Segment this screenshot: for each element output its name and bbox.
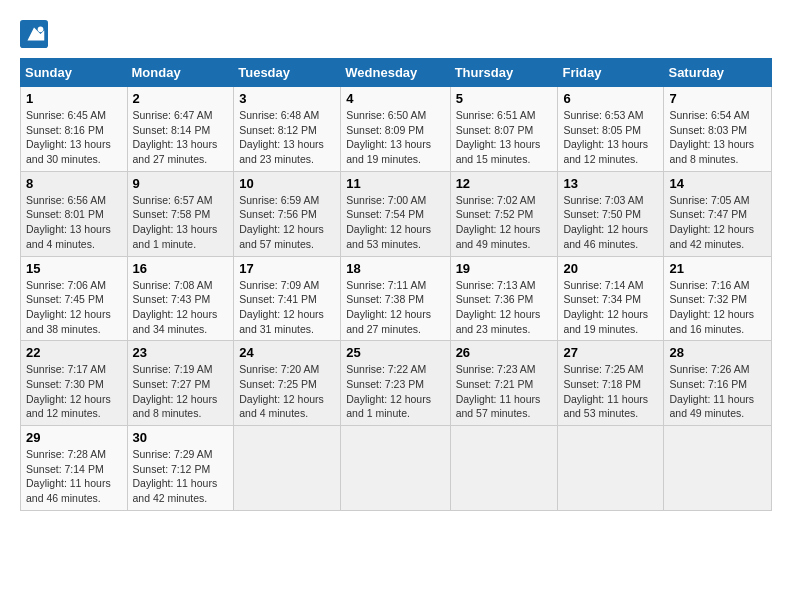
day-detail: Sunrise: 7:02 AM Sunset: 7:52 PM Dayligh… <box>456 193 553 252</box>
calendar-cell: 23Sunrise: 7:19 AM Sunset: 7:27 PM Dayli… <box>127 341 234 426</box>
day-detail: Sunrise: 6:57 AM Sunset: 7:58 PM Dayligh… <box>133 193 229 252</box>
calendar-cell: 3Sunrise: 6:48 AM Sunset: 8:12 PM Daylig… <box>234 87 341 172</box>
calendar-cell <box>234 426 341 511</box>
day-number: 1 <box>26 91 122 106</box>
dow-header-thursday: Thursday <box>450 59 558 87</box>
calendar-cell: 5Sunrise: 6:51 AM Sunset: 8:07 PM Daylig… <box>450 87 558 172</box>
day-number: 27 <box>563 345 658 360</box>
day-number: 7 <box>669 91 766 106</box>
calendar-cell: 7Sunrise: 6:54 AM Sunset: 8:03 PM Daylig… <box>664 87 772 172</box>
day-detail: Sunrise: 7:14 AM Sunset: 7:34 PM Dayligh… <box>563 278 658 337</box>
dow-header-saturday: Saturday <box>664 59 772 87</box>
calendar-week-3: 15Sunrise: 7:06 AM Sunset: 7:45 PM Dayli… <box>21 256 772 341</box>
calendar-cell: 11Sunrise: 7:00 AM Sunset: 7:54 PM Dayli… <box>341 171 450 256</box>
calendar-week-4: 22Sunrise: 7:17 AM Sunset: 7:30 PM Dayli… <box>21 341 772 426</box>
day-number: 6 <box>563 91 658 106</box>
day-number: 16 <box>133 261 229 276</box>
calendar-cell: 18Sunrise: 7:11 AM Sunset: 7:38 PM Dayli… <box>341 256 450 341</box>
svg-point-2 <box>38 27 44 33</box>
dow-header-monday: Monday <box>127 59 234 87</box>
calendar-cell: 24Sunrise: 7:20 AM Sunset: 7:25 PM Dayli… <box>234 341 341 426</box>
logo <box>20 20 52 48</box>
day-detail: Sunrise: 7:20 AM Sunset: 7:25 PM Dayligh… <box>239 362 335 421</box>
day-number: 5 <box>456 91 553 106</box>
page-header <box>20 20 772 48</box>
calendar-cell: 26Sunrise: 7:23 AM Sunset: 7:21 PM Dayli… <box>450 341 558 426</box>
day-detail: Sunrise: 7:25 AM Sunset: 7:18 PM Dayligh… <box>563 362 658 421</box>
day-detail: Sunrise: 6:59 AM Sunset: 7:56 PM Dayligh… <box>239 193 335 252</box>
day-number: 14 <box>669 176 766 191</box>
day-detail: Sunrise: 6:47 AM Sunset: 8:14 PM Dayligh… <box>133 108 229 167</box>
day-number: 25 <box>346 345 444 360</box>
calendar-cell: 1Sunrise: 6:45 AM Sunset: 8:16 PM Daylig… <box>21 87 128 172</box>
calendar-table: SundayMondayTuesdayWednesdayThursdayFrid… <box>20 58 772 511</box>
day-number: 24 <box>239 345 335 360</box>
day-number: 13 <box>563 176 658 191</box>
day-detail: Sunrise: 7:19 AM Sunset: 7:27 PM Dayligh… <box>133 362 229 421</box>
calendar-cell: 20Sunrise: 7:14 AM Sunset: 7:34 PM Dayli… <box>558 256 664 341</box>
calendar-week-5: 29Sunrise: 7:28 AM Sunset: 7:14 PM Dayli… <box>21 426 772 511</box>
day-number: 8 <box>26 176 122 191</box>
day-detail: Sunrise: 7:22 AM Sunset: 7:23 PM Dayligh… <box>346 362 444 421</box>
day-detail: Sunrise: 7:28 AM Sunset: 7:14 PM Dayligh… <box>26 447 122 506</box>
calendar-cell: 10Sunrise: 6:59 AM Sunset: 7:56 PM Dayli… <box>234 171 341 256</box>
day-number: 23 <box>133 345 229 360</box>
day-detail: Sunrise: 7:23 AM Sunset: 7:21 PM Dayligh… <box>456 362 553 421</box>
day-number: 12 <box>456 176 553 191</box>
calendar-cell: 13Sunrise: 7:03 AM Sunset: 7:50 PM Dayli… <box>558 171 664 256</box>
calendar-cell: 4Sunrise: 6:50 AM Sunset: 8:09 PM Daylig… <box>341 87 450 172</box>
day-detail: Sunrise: 6:50 AM Sunset: 8:09 PM Dayligh… <box>346 108 444 167</box>
day-number: 19 <box>456 261 553 276</box>
day-detail: Sunrise: 6:45 AM Sunset: 8:16 PM Dayligh… <box>26 108 122 167</box>
calendar-cell: 19Sunrise: 7:13 AM Sunset: 7:36 PM Dayli… <box>450 256 558 341</box>
logo-icon <box>20 20 48 48</box>
day-number: 30 <box>133 430 229 445</box>
calendar-cell: 27Sunrise: 7:25 AM Sunset: 7:18 PM Dayli… <box>558 341 664 426</box>
calendar-cell: 16Sunrise: 7:08 AM Sunset: 7:43 PM Dayli… <box>127 256 234 341</box>
day-detail: Sunrise: 7:03 AM Sunset: 7:50 PM Dayligh… <box>563 193 658 252</box>
calendar-cell: 17Sunrise: 7:09 AM Sunset: 7:41 PM Dayli… <box>234 256 341 341</box>
calendar-cell: 15Sunrise: 7:06 AM Sunset: 7:45 PM Dayli… <box>21 256 128 341</box>
calendar-cell: 6Sunrise: 6:53 AM Sunset: 8:05 PM Daylig… <box>558 87 664 172</box>
day-number: 17 <box>239 261 335 276</box>
dow-header-tuesday: Tuesday <box>234 59 341 87</box>
calendar-cell: 21Sunrise: 7:16 AM Sunset: 7:32 PM Dayli… <box>664 256 772 341</box>
day-number: 2 <box>133 91 229 106</box>
day-detail: Sunrise: 6:56 AM Sunset: 8:01 PM Dayligh… <box>26 193 122 252</box>
day-detail: Sunrise: 7:06 AM Sunset: 7:45 PM Dayligh… <box>26 278 122 337</box>
day-detail: Sunrise: 7:16 AM Sunset: 7:32 PM Dayligh… <box>669 278 766 337</box>
day-number: 22 <box>26 345 122 360</box>
calendar-cell <box>558 426 664 511</box>
calendar-cell: 8Sunrise: 6:56 AM Sunset: 8:01 PM Daylig… <box>21 171 128 256</box>
day-detail: Sunrise: 7:00 AM Sunset: 7:54 PM Dayligh… <box>346 193 444 252</box>
day-number: 20 <box>563 261 658 276</box>
calendar-cell: 22Sunrise: 7:17 AM Sunset: 7:30 PM Dayli… <box>21 341 128 426</box>
calendar-cell: 30Sunrise: 7:29 AM Sunset: 7:12 PM Dayli… <box>127 426 234 511</box>
day-detail: Sunrise: 6:54 AM Sunset: 8:03 PM Dayligh… <box>669 108 766 167</box>
day-detail: Sunrise: 7:05 AM Sunset: 7:47 PM Dayligh… <box>669 193 766 252</box>
calendar-week-1: 1Sunrise: 6:45 AM Sunset: 8:16 PM Daylig… <box>21 87 772 172</box>
day-detail: Sunrise: 7:29 AM Sunset: 7:12 PM Dayligh… <box>133 447 229 506</box>
calendar-cell <box>341 426 450 511</box>
calendar-cell: 28Sunrise: 7:26 AM Sunset: 7:16 PM Dayli… <box>664 341 772 426</box>
day-number: 3 <box>239 91 335 106</box>
day-number: 29 <box>26 430 122 445</box>
calendar-cell: 9Sunrise: 6:57 AM Sunset: 7:58 PM Daylig… <box>127 171 234 256</box>
day-number: 9 <box>133 176 229 191</box>
day-number: 18 <box>346 261 444 276</box>
calendar-cell: 29Sunrise: 7:28 AM Sunset: 7:14 PM Dayli… <box>21 426 128 511</box>
day-number: 21 <box>669 261 766 276</box>
day-detail: Sunrise: 7:13 AM Sunset: 7:36 PM Dayligh… <box>456 278 553 337</box>
day-detail: Sunrise: 7:26 AM Sunset: 7:16 PM Dayligh… <box>669 362 766 421</box>
day-detail: Sunrise: 7:11 AM Sunset: 7:38 PM Dayligh… <box>346 278 444 337</box>
day-detail: Sunrise: 6:48 AM Sunset: 8:12 PM Dayligh… <box>239 108 335 167</box>
calendar-cell <box>450 426 558 511</box>
day-number: 28 <box>669 345 766 360</box>
calendar-cell: 14Sunrise: 7:05 AM Sunset: 7:47 PM Dayli… <box>664 171 772 256</box>
day-number: 15 <box>26 261 122 276</box>
day-detail: Sunrise: 6:53 AM Sunset: 8:05 PM Dayligh… <box>563 108 658 167</box>
day-detail: Sunrise: 6:51 AM Sunset: 8:07 PM Dayligh… <box>456 108 553 167</box>
day-number: 26 <box>456 345 553 360</box>
day-detail: Sunrise: 7:08 AM Sunset: 7:43 PM Dayligh… <box>133 278 229 337</box>
dow-header-sunday: Sunday <box>21 59 128 87</box>
